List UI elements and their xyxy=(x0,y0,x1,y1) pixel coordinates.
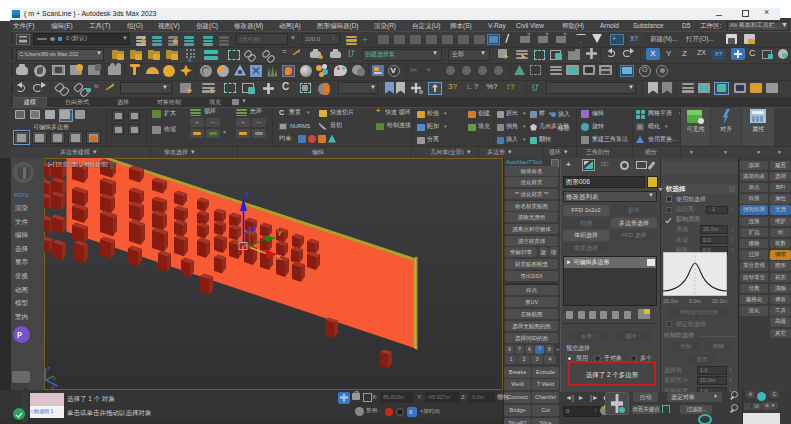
svg-text:X: X xyxy=(276,253,282,262)
svg-text:y: y xyxy=(53,375,56,381)
svg-text:Y: Y xyxy=(277,229,283,238)
svg-text:Z: Z xyxy=(245,191,250,198)
svg-text:x: x xyxy=(51,384,54,390)
svg-text:z: z xyxy=(47,365,50,371)
